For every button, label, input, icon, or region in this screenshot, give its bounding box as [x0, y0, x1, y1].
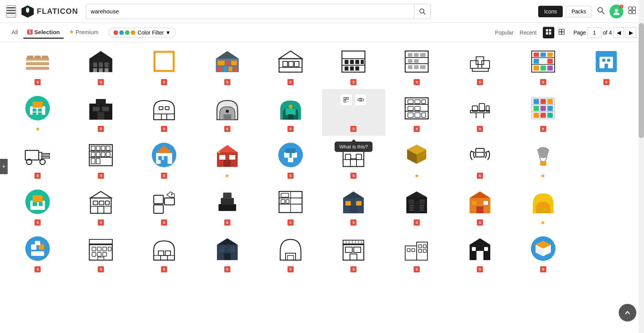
list-item[interactable]: S	[259, 136, 322, 183]
icon-badge: S	[98, 79, 104, 85]
list-item[interactable]: S	[385, 89, 449, 136]
list-item[interactable]: S	[196, 42, 259, 89]
popular-sort-button[interactable]: Popular	[495, 30, 513, 36]
list-item[interactable]: S	[133, 183, 196, 229]
list-item[interactable]: S	[6, 183, 69, 229]
icon-image	[401, 233, 432, 264]
list-item[interactable]: S	[259, 229, 322, 276]
svg-rect-147	[534, 113, 539, 118]
search-icon-button[interactable]	[595, 5, 606, 18]
svg-rect-17	[546, 32, 548, 35]
svg-rect-110	[223, 114, 231, 120]
logo[interactable]: FLATICON	[21, 5, 78, 18]
list-item[interactable]: S	[196, 229, 259, 276]
svg-rect-131	[422, 113, 426, 117]
large-grid-view-button[interactable]	[556, 27, 567, 38]
icon-badge: S	[161, 173, 167, 179]
list-item[interactable]: S	[196, 89, 259, 136]
list-item[interactable]: ★	[385, 136, 449, 183]
list-item[interactable]: S	[511, 42, 575, 89]
svg-rect-224	[281, 193, 289, 197]
list-item[interactable]: S	[385, 229, 449, 276]
list-item-active[interactable]: + What is this?	[322, 89, 385, 136]
color-filter-button[interactable]: Color Filter ▼	[108, 28, 176, 38]
list-item[interactable]: S	[511, 229, 575, 276]
list-item[interactable]: S	[6, 42, 69, 89]
list-item[interactable]	[575, 136, 638, 183]
notification-badge[interactable]: 1	[610, 5, 623, 18]
list-item[interactable]: S	[385, 183, 449, 229]
list-item[interactable]: S	[259, 89, 322, 136]
list-item[interactable]: S	[133, 89, 196, 136]
prev-page-button[interactable]: ◀	[613, 27, 624, 38]
page-input[interactable]	[588, 27, 601, 38]
list-item[interactable]: S	[196, 183, 259, 229]
hover-actions: +	[340, 94, 367, 106]
list-item[interactable]: S	[385, 42, 449, 89]
add-collection-button[interactable]: +	[0, 159, 8, 174]
svg-rect-232	[345, 206, 361, 207]
list-item[interactable]: S	[69, 229, 133, 276]
menu-button[interactable]	[6, 5, 16, 18]
list-item[interactable]: S	[259, 183, 322, 229]
icon-image	[22, 233, 53, 264]
svg-rect-2	[7, 13, 15, 14]
list-item[interactable]: S	[449, 89, 512, 136]
list-item[interactable]: S	[449, 183, 512, 229]
list-item[interactable]: S	[69, 183, 133, 229]
list-item[interactable]: ★	[511, 183, 575, 229]
list-item[interactable]: ★	[6, 89, 69, 136]
svg-rect-229	[345, 201, 351, 206]
list-item[interactable]: S	[6, 136, 69, 183]
svg-rect-177	[219, 155, 225, 160]
scrollbar-thumb[interactable]	[639, 23, 644, 138]
list-item[interactable]: S	[6, 229, 69, 276]
list-item[interactable]: S	[69, 136, 133, 183]
preview-button[interactable]	[355, 94, 367, 106]
tab-premium[interactable]: ★ Premium	[65, 26, 102, 39]
svg-rect-121	[405, 98, 428, 119]
scrollbar[interactable]	[639, 0, 644, 276]
list-item[interactable]: S	[511, 89, 575, 136]
list-item[interactable]: S	[449, 136, 512, 183]
view-toggle	[543, 27, 567, 38]
tab-selection[interactable]: S Selection	[23, 26, 64, 39]
tab-all[interactable]: All	[8, 26, 22, 39]
apps-grid-button[interactable]	[626, 5, 638, 18]
list-item[interactable]	[575, 183, 638, 229]
list-item[interactable]: S	[133, 42, 196, 89]
list-item[interactable]: S	[322, 42, 385, 89]
list-item[interactable]: S	[133, 229, 196, 276]
list-item[interactable]: S	[449, 229, 512, 276]
packs-tab-button[interactable]: Packs	[566, 6, 592, 17]
svg-rect-264	[165, 251, 171, 256]
svg-rect-225	[281, 199, 285, 203]
list-item[interactable]	[575, 229, 638, 276]
list-item[interactable]: ★	[196, 136, 259, 183]
list-item[interactable]: S	[322, 183, 385, 229]
list-item[interactable]: S	[69, 42, 133, 89]
svg-marker-267	[217, 238, 238, 245]
list-item[interactable]: S	[575, 42, 638, 89]
next-page-button[interactable]: ▶	[626, 27, 636, 38]
list-item[interactable]: S	[69, 89, 133, 136]
recent-sort-button[interactable]: Recent	[520, 30, 537, 36]
list-item[interactable]: S	[133, 136, 196, 183]
search-button[interactable]	[414, 4, 430, 19]
svg-rect-260	[97, 252, 101, 256]
add-to-collection-button[interactable]: +	[340, 94, 352, 106]
grid-view-button[interactable]	[543, 27, 554, 38]
logo-text: FLATICON	[37, 7, 78, 16]
icon-badge: S	[98, 219, 104, 226]
logo-icon	[21, 5, 34, 18]
svg-point-155	[40, 159, 45, 165]
svg-rect-296	[476, 251, 483, 260]
search-input[interactable]	[86, 4, 414, 19]
svg-rect-259	[92, 252, 96, 256]
svg-rect-61	[350, 66, 354, 71]
list-item[interactable]: ★	[511, 136, 575, 183]
icons-tab-button[interactable]: Icons	[538, 6, 562, 17]
list-item[interactable]: S	[259, 42, 322, 89]
list-item[interactable]: S	[322, 229, 385, 276]
list-item[interactable]: S	[449, 42, 512, 89]
